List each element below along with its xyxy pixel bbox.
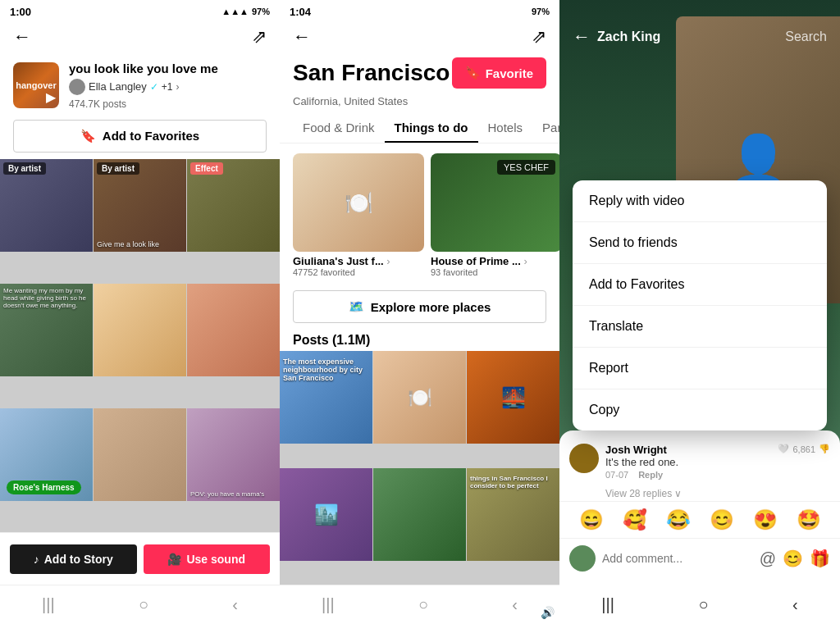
verified-icon: ✓ xyxy=(150,81,158,93)
comments-section: Josh Wright It's the red one. 07-07 Repl… xyxy=(559,430,840,624)
post-cell-4[interactable]: 🏙️ xyxy=(280,468,372,561)
nav-back-icon-3[interactable]: ‹ xyxy=(792,595,798,614)
comment-username-1[interactable]: Josh Wright xyxy=(605,444,771,456)
video-cell-8[interactable] xyxy=(94,408,186,501)
nav-home-icon-3[interactable]: ○ xyxy=(698,595,708,614)
place-image-2: YES CHEF xyxy=(431,153,559,252)
panel-san-francisco: 1:04 97% ← ⇗ San Francisco 🔖 Favorite Ca… xyxy=(280,0,559,624)
place-image-1: 🍽️ xyxy=(293,153,424,252)
song-artist-row: Ella Langley ✓ +1 › xyxy=(69,79,267,95)
time-1: 1:00 xyxy=(10,6,31,18)
nav-menu-icon-2[interactable]: ||| xyxy=(322,595,335,614)
emoji-laugh[interactable]: 😄 xyxy=(579,508,604,531)
menu-report[interactable]: Report xyxy=(573,348,827,389)
video-grid: By artist By artist Give me a look like … xyxy=(0,159,280,533)
nav-home-icon-1[interactable]: ○ xyxy=(139,595,148,614)
dislike-icon[interactable]: 👎 xyxy=(819,444,830,454)
emoji-cry-laugh[interactable]: 😂 xyxy=(666,508,691,531)
nav-menu-icon-3[interactable]: ||| xyxy=(601,595,614,614)
share-icon[interactable]: ⇗ xyxy=(252,26,267,48)
explore-more-button[interactable]: 🗺️ Explore more places xyxy=(293,290,546,323)
song-thumbnail[interactable]: hangover xyxy=(13,62,59,108)
song-info: you look like you love me Ella Langley ✓… xyxy=(69,61,267,110)
username-label[interactable]: Zach King xyxy=(597,30,660,44)
emoji-picker-icon[interactable]: 😊 xyxy=(783,549,803,568)
nav-back-icon-2[interactable]: ‹ xyxy=(512,595,518,614)
comment-row-1: Josh Wright It's the red one. 07-07 Repl… xyxy=(559,437,840,486)
category-tabs: Food & Drink Things to do Hotels Parks xyxy=(280,114,559,143)
menu-reply-video[interactable]: Reply with video xyxy=(573,180,827,222)
at-icon[interactable]: @ xyxy=(760,549,776,568)
emoji-star-eyes[interactable]: 🤩 xyxy=(797,508,821,531)
video-cell-2[interactable]: By artist Give me a look like xyxy=(94,159,186,252)
city-location: California, United States xyxy=(280,95,559,114)
back-icon-3[interactable]: ← xyxy=(573,26,591,48)
by-artist-badge-1: By artist xyxy=(3,162,46,175)
bookmark-icon: 🔖 xyxy=(80,129,96,143)
bottom-bar-1: ♪ Add to Story 🎥 Use sound xyxy=(0,532,280,585)
video-cell-6[interactable] xyxy=(187,284,280,376)
post-cell-6[interactable]: things in San Francisco I consider to be… xyxy=(467,468,559,561)
video-cell-9[interactable]: POV: you have a mama's xyxy=(187,408,280,501)
plus-label: +1 xyxy=(162,81,173,93)
top-nav-2: ← ⇗ xyxy=(280,23,559,54)
menu-send-friends[interactable]: Send to friends xyxy=(573,222,827,264)
time-2: 1:04 xyxy=(290,6,311,18)
panel-video-comments: 👤 1:05 96% ← Zach King Search Reply with… xyxy=(559,0,840,624)
battery-2: 97% xyxy=(532,7,550,16)
video-cell-3[interactable]: Effect xyxy=(187,159,280,252)
post-cell-1[interactable]: The most expensive neighbourhood by city… xyxy=(280,351,372,444)
city-name: San Francisco xyxy=(293,60,450,86)
share-icon-2[interactable]: ⇗ xyxy=(532,26,546,48)
tab-things-to-do[interactable]: Things to do xyxy=(385,114,478,143)
cell-text-4: Me wanting my mom by my head while givin… xyxy=(3,287,89,309)
add-favorites-button[interactable]: 🔖 Add to Favorites xyxy=(13,120,267,153)
place-card-1[interactable]: 🍽️ Giuliana's Just f... › 47752 favorite… xyxy=(293,153,424,280)
post-cell-5[interactable] xyxy=(373,468,466,561)
place-name-1: Giuliana's Just f... › xyxy=(293,255,424,267)
menu-add-favorites[interactable]: Add to Favorites xyxy=(573,264,827,306)
comment-input[interactable] xyxy=(602,552,753,565)
heart-icon[interactable]: 🤍 xyxy=(778,444,789,454)
post-cell-3[interactable]: 🌉 xyxy=(467,351,559,444)
tab-parks[interactable]: Parks xyxy=(532,114,559,143)
back-icon-2[interactable]: ← xyxy=(293,26,311,48)
video-cell-4[interactable]: Me wanting my mom by my head while givin… xyxy=(0,284,93,376)
favorite-button[interactable]: 🔖 Favorite xyxy=(452,57,546,89)
top-nav-3: ← Zach King Search xyxy=(559,23,840,54)
menu-translate[interactable]: Translate xyxy=(573,306,827,348)
menu-copy[interactable]: Copy xyxy=(573,389,827,430)
comment-date: 07-07 xyxy=(605,470,628,480)
emoji-smile[interactable]: 😊 xyxy=(710,508,734,531)
post-img-3: 🌉 xyxy=(467,351,559,444)
place-name-2: House of Prime ... › xyxy=(431,255,559,267)
status-icons-2: 97% xyxy=(532,7,550,16)
gift-icon[interactable]: 🎁 xyxy=(810,549,830,568)
place-img-inner-1: 🍽️ xyxy=(293,153,424,252)
artist-name[interactable]: Ella Langley xyxy=(89,80,147,93)
nav-home-icon-2[interactable]: ○ xyxy=(418,595,428,614)
video-cell-7[interactable]: Rose's Harness xyxy=(0,408,93,501)
back-icon[interactable]: ← xyxy=(13,26,31,48)
post-img-2: 🍽️ xyxy=(373,351,466,444)
emoji-row: 😄 🥰 😂 😊 😍 🤩 xyxy=(559,501,840,539)
map-icon: 🗺️ xyxy=(349,299,364,314)
nav-menu-icon-1[interactable]: ||| xyxy=(42,595,55,614)
tab-hotels[interactable]: Hotels xyxy=(478,114,533,143)
nav-back-icon-1[interactable]: ‹ xyxy=(232,595,238,614)
music-icon: ♪ xyxy=(34,553,39,566)
place-card-2[interactable]: YES CHEF House of Prime ... › 93 favorit… xyxy=(431,153,559,280)
tab-food-drink[interactable]: Food & Drink xyxy=(293,114,385,143)
video-cell-1[interactable]: By artist xyxy=(0,159,93,252)
use-sound-button[interactable]: 🎥 Use sound xyxy=(144,544,271,574)
video-cell-5[interactable] xyxy=(94,284,186,376)
emoji-heart-eyes[interactable]: 😍 xyxy=(753,508,778,531)
post-cell-2[interactable]: 🍽️ xyxy=(373,351,466,444)
search-label[interactable]: Search xyxy=(785,30,827,44)
view-replies-button[interactable]: View 28 replies ∨ xyxy=(559,486,840,501)
add-favorites-label: Add to Favorites xyxy=(103,129,199,143)
comment-reply-btn[interactable]: Reply xyxy=(638,470,663,480)
emoji-love[interactable]: 🥰 xyxy=(623,508,647,531)
add-to-story-button[interactable]: ♪ Add to Story xyxy=(10,544,137,574)
battery-1: 97% xyxy=(252,7,270,16)
